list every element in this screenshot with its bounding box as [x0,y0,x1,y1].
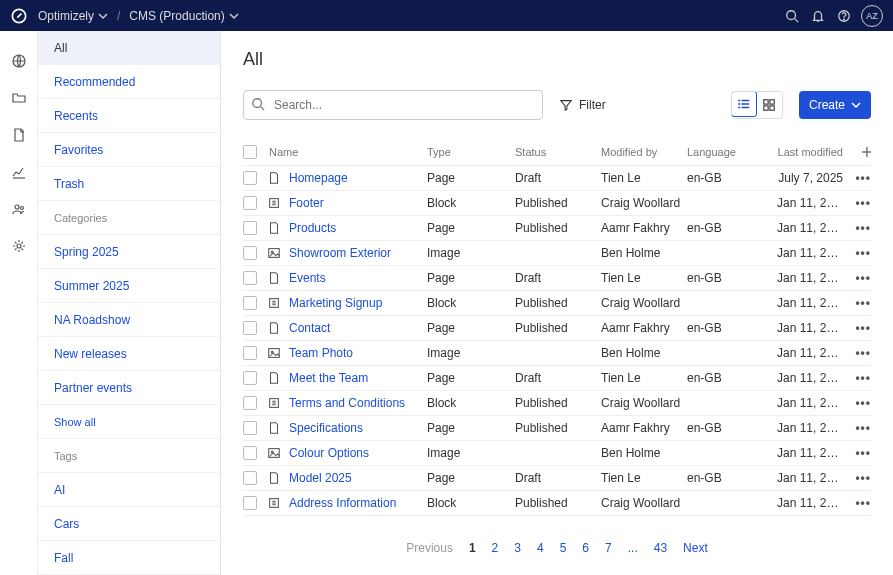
row-actions-button[interactable]: ••• [849,321,871,335]
table-row: Colour OptionsImageBen HolmeJan 11, 2025… [243,441,871,466]
sidebar-category[interactable]: Spring 2025 [38,235,220,269]
row-name[interactable]: Footer [267,196,427,210]
sidebar-item[interactable]: Trash [38,167,220,201]
row-name[interactable]: Address Information [267,496,427,510]
pager-page[interactable]: 6 [582,541,589,555]
row-checkbox[interactable] [243,421,257,435]
row-actions-button[interactable]: ••• [849,496,871,510]
row-checkbox[interactable] [243,496,257,510]
notifications-button[interactable] [805,3,831,29]
pager-page[interactable]: 3 [514,541,521,555]
row-checkbox[interactable] [243,271,257,285]
add-column-button[interactable] [849,146,871,158]
row-actions-button[interactable]: ••• [849,221,871,235]
search-button[interactable] [779,3,805,29]
row-checkbox[interactable] [243,446,257,460]
col-language[interactable]: Language [687,146,777,158]
pager-page[interactable]: 7 [605,541,612,555]
row-type: Image [427,346,515,360]
sidebar-tag[interactable]: Cars [38,507,220,541]
row-checkbox[interactable] [243,246,257,260]
sidebar-item[interactable]: Recommended [38,65,220,99]
row-name[interactable]: Terms and Conditions [267,396,427,410]
row-name[interactable]: Meet the Team [267,371,427,385]
col-last-modified[interactable]: Last modified [777,146,849,158]
row-name[interactable]: Marketing Signup [267,296,427,310]
row-checkbox[interactable] [243,196,257,210]
row-checkbox[interactable] [243,296,257,310]
rail-pages[interactable] [9,125,29,145]
pager-next[interactable]: Next [683,541,708,555]
row-modified-by: Aamr Fakhry [601,321,687,335]
row-name[interactable]: Showroom Exterior [267,246,427,260]
view-grid-button[interactable] [756,92,782,118]
col-name[interactable]: Name [267,146,427,158]
sidebar-category[interactable]: NA Roadshow [38,303,220,337]
sidebar-item[interactable]: All [38,31,220,65]
rail-folders[interactable] [9,88,29,108]
search-input[interactable] [243,90,543,120]
breadcrumb-org[interactable]: Optimizely [38,9,108,23]
row-actions-button[interactable]: ••• [849,196,871,210]
col-type[interactable]: Type [427,146,515,158]
sidebar-category[interactable]: New releases [38,337,220,371]
breadcrumb-project[interactable]: CMS (Production) [129,9,238,23]
row-checkbox[interactable] [243,346,257,360]
view-list-button[interactable] [731,91,757,117]
sidebar-tag[interactable]: AI [38,473,220,507]
filter-button[interactable]: Filter [559,98,606,112]
create-button[interactable]: Create [799,91,871,119]
help-button[interactable] [831,3,857,29]
row-actions-button[interactable]: ••• [849,471,871,485]
sidebar-tag[interactable]: Fall [38,541,220,575]
pager-page[interactable]: 2 [492,541,499,555]
row-name[interactable]: Products [267,221,427,235]
row-actions-button[interactable]: ••• [849,171,871,185]
row-name[interactable]: Homepage [267,171,427,185]
rail-settings[interactable] [9,236,29,256]
sidebar-category[interactable]: Partner events [38,371,220,405]
row-actions-button[interactable]: ••• [849,346,871,360]
row-actions-button[interactable]: ••• [849,271,871,285]
select-all-checkbox[interactable] [243,145,257,159]
row-name[interactable]: Specifications [267,421,427,435]
row-name[interactable]: Contact [267,321,427,335]
user-avatar[interactable]: AZ [861,5,883,27]
row-checkbox[interactable] [243,321,257,335]
col-modified-by[interactable]: Modified by [601,146,687,158]
rail-users[interactable] [9,199,29,219]
row-actions-button[interactable]: ••• [849,296,871,310]
row-checkbox[interactable] [243,471,257,485]
sidebar-category[interactable]: Summer 2025 [38,269,220,303]
row-checkbox[interactable] [243,221,257,235]
row-actions-button[interactable]: ••• [849,371,871,385]
app-logo[interactable] [0,6,38,26]
sidebar-header-categories: Categories [38,201,220,235]
pager-previous[interactable]: Previous [406,541,453,555]
row-name[interactable]: Model 2025 [267,471,427,485]
row-actions-button[interactable]: ••• [849,421,871,435]
row-checkbox[interactable] [243,396,257,410]
pager-page[interactable]: 4 [537,541,544,555]
row-name[interactable]: Events [267,271,427,285]
pager-page[interactable]: 1 [469,541,476,555]
pager-page[interactable]: 43 [654,541,667,555]
pager-page[interactable]: 5 [560,541,567,555]
row-name[interactable]: Colour Options [267,446,427,460]
col-status[interactable]: Status [515,146,601,158]
row-name[interactable]: Team Photo [267,346,427,360]
row-actions-button[interactable]: ••• [849,396,871,410]
row-actions-button[interactable]: ••• [849,246,871,260]
image-icon [267,346,281,360]
row-checkbox[interactable] [243,171,257,185]
sidebar-item[interactable]: Favorites [38,133,220,167]
sidebar-item[interactable]: Recents [38,99,220,133]
rail-dashboard[interactable] [9,51,29,71]
row-language: en-GB [687,421,777,435]
sidebar-show-all[interactable]: Show all [38,405,220,439]
row-actions-button[interactable]: ••• [849,446,871,460]
row-status: Published [515,421,601,435]
row-checkbox[interactable] [243,371,257,385]
view-toggle [731,91,783,119]
rail-analytics[interactable] [9,162,29,182]
